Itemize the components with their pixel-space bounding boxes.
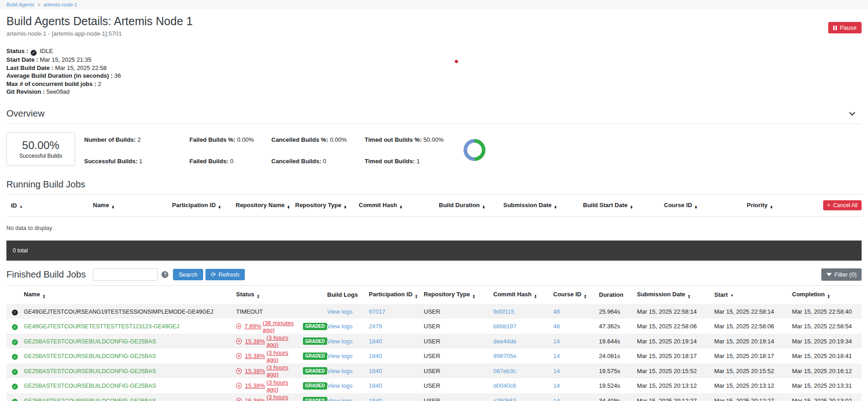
finished-col-start[interactable]: Start▼ (714, 291, 792, 298)
finished-col-participation-id[interactable]: Participation ID▲▼ (369, 291, 424, 299)
running-col-submission-date[interactable]: Submission Date▲▼ (503, 202, 583, 209)
course-id-link[interactable]: 14 (553, 353, 560, 359)
running-col-name[interactable]: Name▲▼ (93, 202, 172, 209)
result-time-ago-link[interactable]: (3 hours ago) (266, 349, 299, 363)
result-score-link[interactable]: 15.38% (245, 338, 265, 345)
result-score-link[interactable]: 15.38% (245, 368, 265, 374)
participation-id-link[interactable]: 1840 (369, 338, 382, 345)
breadcrumb-link-build-agents[interactable]: Build Agents (6, 2, 34, 7)
submission-date: Mar 15, 2025 22:58:06 (637, 323, 714, 330)
finished-col-repository-type[interactable]: Repository Type▲▼ (424, 291, 493, 299)
result-time-ago-link[interactable]: (3 hours ago) (266, 364, 299, 378)
job-name-link[interactable]: GE25BASTESTCOURSEBUILDCONFIG-GE25BAS (24, 368, 156, 374)
running-col-build-start-date[interactable]: Build Start Date▲▼ (583, 202, 664, 209)
running-col-course-id[interactable]: Course ID▲▼ (664, 202, 747, 209)
job-name-link[interactable]: GE49GEJTESTCOURSETESTTESTTEST123123-GE49… (24, 323, 179, 330)
job-name-link[interactable]: GE25BASTESTCOURSEBUILDCONFIG-GE25BAS (24, 383, 156, 389)
commit-hash-link[interactable]: 9d0f115 (493, 308, 514, 315)
submission-date: Mar 15, 2025 20:12:27 (637, 397, 714, 401)
finished-col-completion[interactable]: Completion▲▼ (792, 291, 854, 299)
status-cell: TIMEOUT (236, 308, 327, 315)
view-logs-link[interactable]: View logs (327, 353, 352, 359)
job-name-link[interactable]: GE25BASTESTCOURSEBUILDCONFIG-GE25BAS (24, 353, 156, 359)
participation-id-link[interactable]: 2479 (369, 323, 382, 330)
status-cell: × 15.38% (3 hours ago) GRADED (236, 349, 327, 363)
commit-hash-link[interactable]: d0040c6 (493, 382, 516, 389)
course-id-link[interactable]: 14 (553, 338, 560, 345)
pause-button[interactable]: Pause (828, 22, 862, 33)
result-time-ago-link[interactable]: (3 hours ago) (266, 394, 299, 401)
result-x-circle-icon: × (236, 398, 242, 401)
table-row: ! GE49GEJTESTCOURSEANG19TESTSESSIONSIMPL… (6, 304, 862, 319)
commit-hash-link[interactable]: b6bb197 (493, 323, 517, 330)
git-revision-row: Git Revision : 5ee09ad (6, 88, 862, 96)
commit-hash-link[interactable]: 087eb3c (493, 368, 516, 374)
search-button[interactable]: Search (173, 269, 203, 280)
course-id-link[interactable]: 48 (553, 323, 560, 330)
commit-hash-link[interactable]: dee44de (493, 338, 517, 345)
sort-icon: ▲▼ (534, 294, 537, 299)
commit-hash-link[interactable]: c250563 (493, 397, 516, 401)
completion-date: Mar 15, 2025 20:13:31 (792, 382, 854, 389)
finished-col-submission-date[interactable]: Submission Date▲▼ (637, 291, 714, 299)
participation-id-link[interactable]: 97017 (369, 308, 385, 315)
stat-number-of-builds: Number of Builds: 2 (84, 136, 189, 158)
result-score-link[interactable]: 15.38% (245, 382, 265, 389)
finished-col-name[interactable]: Name▲▼ (24, 291, 236, 299)
job-name-link[interactable]: GE25BASTESTCOURSEBUILDCONFIG-GE25BAS (24, 338, 156, 345)
result-score-link[interactable]: 15.38% (245, 353, 265, 359)
finished-col-course-id[interactable]: Course ID▲▼ (553, 291, 599, 299)
overview-header[interactable]: Overview (6, 108, 862, 119)
view-logs-link[interactable]: View logs (327, 308, 352, 315)
success-rate-card: 50.00% Successful Builds (6, 132, 75, 166)
commit-hash-link[interactable]: 998705e (493, 353, 517, 359)
participation-id-link[interactable]: 1840 (369, 397, 382, 401)
breadcrumb-link-node[interactable]: artemis-node-1 (43, 2, 77, 7)
running-col-build-duration[interactable]: Build Duration▲▼ (439, 202, 503, 209)
course-id-link[interactable]: 14 (553, 382, 560, 389)
result-time-ago-link[interactable]: (36 minutes ago) (263, 320, 300, 333)
help-icon[interactable]: ? (162, 271, 168, 278)
graded-badge: GRADED (303, 397, 327, 401)
sort-icon: ▲▼ (218, 205, 221, 209)
filter-button[interactable]: Filter (0) (821, 268, 862, 281)
status-cell: × 7.69% (36 minutes ago) GRADED (236, 320, 327, 333)
running-col-commit-hash[interactable]: Commit Hash▲▼ (359, 202, 439, 209)
check-circle-icon: ✓ (12, 399, 18, 401)
finished-col-status[interactable]: Status▲▼ (236, 291, 327, 299)
course-id-link[interactable]: 48 (553, 308, 560, 315)
course-id-link[interactable]: 14 (553, 368, 560, 374)
chevron-down-icon[interactable] (849, 110, 855, 116)
result-score-link[interactable]: 7.69% (244, 323, 261, 330)
course-id-link[interactable]: 14 (553, 397, 560, 401)
result-time-ago-link[interactable]: (3 hours ago) (266, 379, 299, 393)
view-logs-link[interactable]: View logs (327, 397, 352, 401)
result-score-link[interactable]: 15.38% (245, 397, 265, 401)
running-col-repository-type[interactable]: Repository Type▲▼ (295, 202, 359, 209)
participation-id-link[interactable]: 1840 (369, 353, 382, 359)
cancel-all-button[interactable]: ×Cancel All (823, 200, 862, 210)
participation-id-link[interactable]: 1840 (369, 368, 382, 374)
view-logs-link[interactable]: View logs (327, 382, 352, 389)
view-logs-link[interactable]: View logs (327, 323, 352, 330)
participation-id-link[interactable]: 1840 (369, 382, 382, 389)
result-time-ago-link[interactable]: (3 hours ago) (266, 334, 299, 348)
finished-col-commit-hash[interactable]: Commit Hash▲▼ (493, 291, 553, 299)
table-row: ✓ GE25BASTESTCOURSEBUILDCONFIG-GE25BAS ×… (6, 364, 862, 379)
running-col-priority[interactable]: Priority▲▼ (747, 202, 823, 209)
max-concurrent-jobs-row: Max # of concurrent build jobs : 2 (6, 80, 862, 88)
job-name-link[interactable]: GE25BASTESTCOURSEBUILDCONFIG-GE25BAS (24, 398, 156, 401)
refresh-button[interactable]: ⟳Refresh (205, 269, 245, 280)
running-col-participation-id[interactable]: Participation ID▲▼ (172, 202, 236, 209)
start-date: Mar 15, 2025 20:19:14 (714, 338, 792, 345)
view-logs-link[interactable]: View logs (327, 368, 352, 374)
duration: 25.964s (599, 308, 637, 315)
running-col-id[interactable]: ID▲ (11, 202, 93, 209)
running-col-repository-name[interactable]: Repository Name▲▼ (236, 202, 295, 209)
view-logs-link[interactable]: View logs (327, 338, 352, 345)
search-input[interactable] (93, 268, 158, 281)
table-row: ✓ GE49GEJTESTCOURSETESTTESTTEST123123-GE… (6, 319, 862, 334)
graded-badge: GRADED (303, 353, 327, 360)
submission-date: Mar 15, 2025 20:13:12 (637, 382, 714, 389)
job-name-link[interactable]: GE49GEJTESTCOURSEANG19TESTSESSIONSIMPLEM… (24, 309, 213, 315)
